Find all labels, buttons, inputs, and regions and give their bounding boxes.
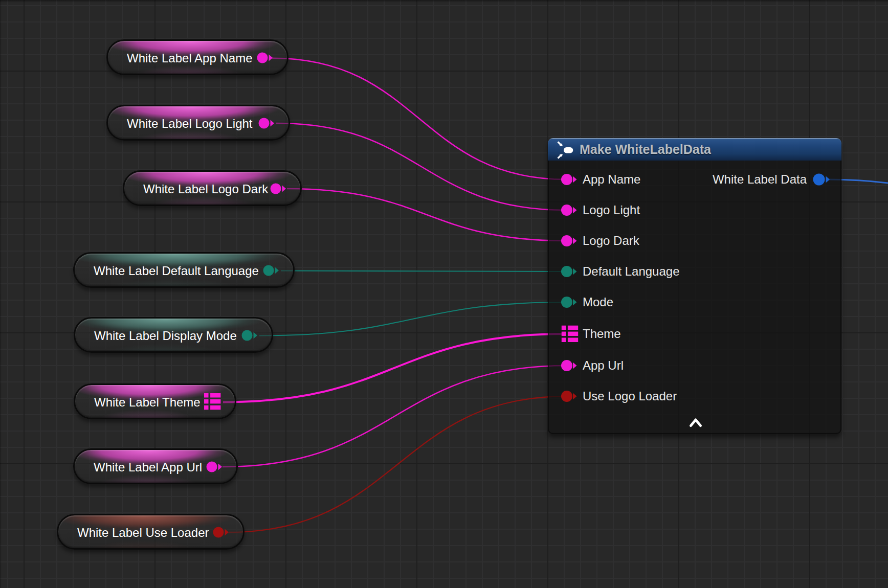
svg-text:App Url: App Url (583, 358, 624, 372)
svg-text:Logo Light: Logo Light (583, 203, 640, 217)
svg-text:Default Language: Default Language (583, 264, 680, 278)
svg-text:Logo Dark: Logo Dark (583, 234, 640, 247)
svg-text:Mode: Mode (583, 295, 613, 309)
svg-text:White Label Data: White Label Data (713, 172, 807, 186)
svg-text:Theme: Theme (583, 327, 621, 341)
svg-text:Use Logo Loader: Use Logo Loader (583, 389, 677, 403)
svg-text:App Name: App Name (583, 172, 640, 186)
